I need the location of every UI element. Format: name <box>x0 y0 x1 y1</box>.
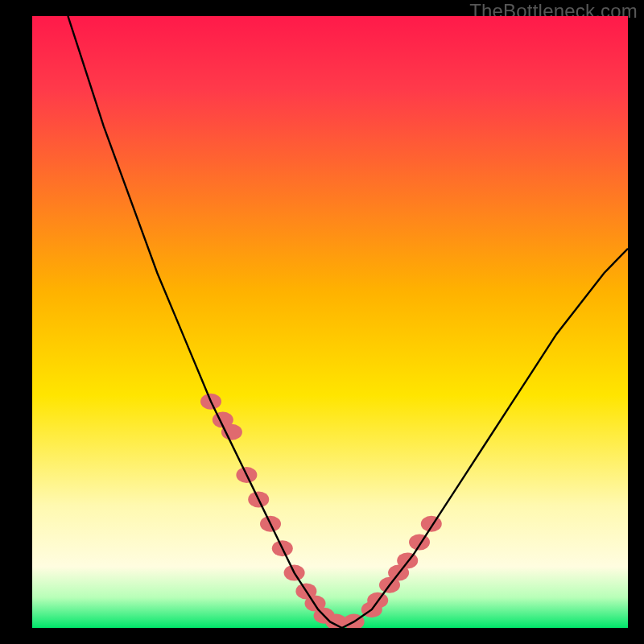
curve-marker <box>409 535 430 551</box>
chart-stage: TheBottleneck.com <box>0 0 644 644</box>
curve-marker <box>421 516 442 532</box>
bottleneck-chart <box>32 16 628 628</box>
gradient-background <box>32 16 628 628</box>
curve-marker <box>221 424 242 440</box>
